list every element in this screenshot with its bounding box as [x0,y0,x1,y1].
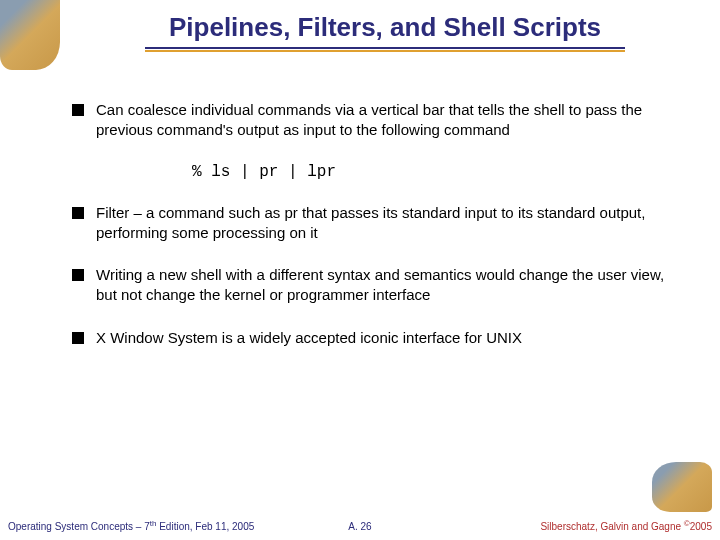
slide-content: Can coalesce individual commands via a v… [72,100,680,370]
bullet-item: Can coalesce individual commands via a v… [72,100,680,141]
bullet-text: Writing a new shell with a different syn… [96,265,680,306]
code-example: % ls | pr | lpr [192,163,680,181]
footer-year: 2005 [690,521,712,532]
square-bullet-icon [72,269,84,281]
footer-page-number: A. 26 [348,521,371,532]
footer-right: Silberschatz, Galvin and Gagne ©2005 [540,519,712,532]
bullet-item: X Window System is a widely accepted ico… [72,328,680,348]
footer-left: Operating System Concepts – 7th Edition,… [8,519,254,532]
bullet-text: Can coalesce individual commands via a v… [96,100,680,141]
footer-date: Edition, Feb 11, 2005 [156,521,254,532]
square-bullet-icon [72,104,84,116]
bullet-text: Filter – a command such as pr that passe… [96,203,680,244]
dinosaur-illustration-top [0,0,60,70]
dinosaur-illustration-bottom [652,462,712,512]
slide-title: Pipelines, Filters, and Shell Scripts [80,12,690,49]
footer-book-title: Operating System Concepts – 7 [8,521,150,532]
bullet-item: Filter – a command such as pr that passe… [72,203,680,244]
footer-authors: Silberschatz, Galvin and Gagne [540,521,683,532]
square-bullet-icon [72,207,84,219]
square-bullet-icon [72,332,84,344]
title-underline [145,47,625,49]
bullet-text: X Window System is a widely accepted ico… [96,328,680,348]
title-text: Pipelines, Filters, and Shell Scripts [169,12,601,42]
bullet-item: Writing a new shell with a different syn… [72,265,680,306]
slide-footer: Operating System Concepts – 7th Edition,… [8,519,712,532]
